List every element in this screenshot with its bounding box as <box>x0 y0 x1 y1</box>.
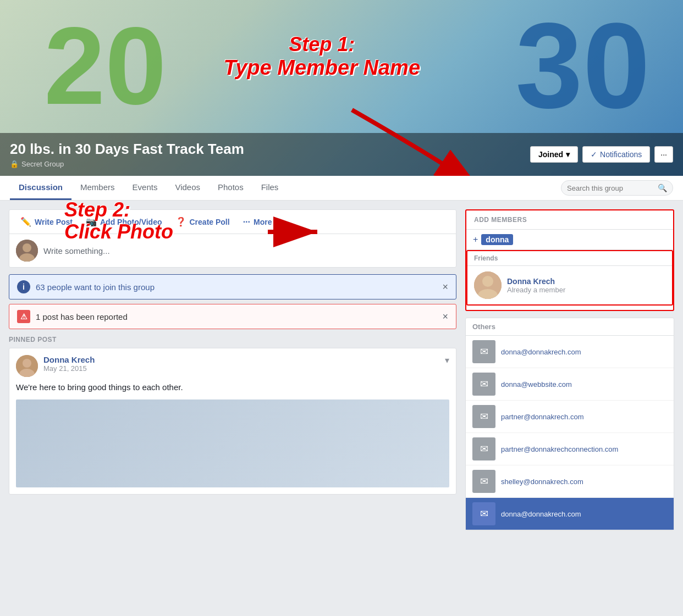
email-text-2: partner@donnakrech.com <box>501 413 584 421</box>
add-member-icon: + <box>473 235 478 245</box>
tab-events[interactable]: Events <box>124 176 167 200</box>
logo-20: 20 <box>44 11 166 121</box>
more-button[interactable]: ··· More <box>236 212 279 231</box>
step1-annotation: Step 1: Type Member Name <box>223 33 420 80</box>
post-composer: Step 2: Click Photo ✏️ Write Post 📷 Add … <box>9 209 456 268</box>
other-item-3[interactable]: ✉ partner@donnakrechconnection.com <box>466 433 674 465</box>
poll-icon: ❓ <box>175 217 186 227</box>
info-banner-text: 63 people want to join this group <box>36 282 437 292</box>
more-icon: ··· <box>243 217 250 227</box>
pencil-icon: ✏️ <box>20 217 31 227</box>
step1-subtitle: Type Member Name <box>223 56 420 80</box>
friends-label: Friends <box>467 251 672 266</box>
email-avatar-0: ✉ <box>472 340 495 363</box>
others-label: Others <box>466 318 674 336</box>
group-actions: Joined ▾ ✓ Notifications ··· <box>530 146 673 163</box>
email-avatar-1: ✉ <box>472 373 495 396</box>
friends-section: Friends Donna Krech Already a member <box>466 250 673 306</box>
post-date: May 21, 2015 <box>43 364 95 373</box>
group-info-left: 20 lbs. in 30 Days Fast Track Team 🔒 Sec… <box>10 141 244 168</box>
ellipsis-icon: ··· <box>660 150 667 159</box>
current-user-avatar <box>16 240 38 262</box>
tab-photos[interactable]: Photos <box>209 176 252 200</box>
more-label: More <box>254 218 272 226</box>
logo-30: 30 <box>515 5 650 126</box>
post-header: Donna Krech May 21, 2015 ▾ <box>16 355 449 377</box>
check-icon: ✓ <box>591 150 597 159</box>
other-item-4[interactable]: ✉ shelley@donnakrech.com <box>466 465 674 498</box>
add-photo-label: Add Photo/Video <box>100 218 162 226</box>
email-avatar-3: ✉ <box>472 437 495 460</box>
email-avatar-4: ✉ <box>472 470 495 493</box>
other-item-1[interactable]: ✉ donna@webbsite.com <box>466 368 674 401</box>
info-icon: i <box>17 280 30 293</box>
warning-banner-text: 1 post has been reported <box>36 312 437 321</box>
other-item-5[interactable]: ✉ donna@donnakrech.com <box>466 498 674 530</box>
tab-files[interactable]: Files <box>252 176 288 200</box>
lock-icon: 🔒 <box>10 160 19 168</box>
warning-banner: ⚠ 1 post has been reported × <box>9 304 456 329</box>
create-poll-button[interactable]: ❓ Create Poll <box>169 212 236 231</box>
warning-banner-close[interactable]: × <box>442 311 448 323</box>
composer-input-area: Write something... <box>9 234 456 267</box>
friend-name: Donna Krech <box>507 277 565 286</box>
composer-actions: ✏️ Write Post 📷 Add Photo/Video ❓ Create… <box>9 210 456 234</box>
svg-point-3 <box>23 243 31 252</box>
pinned-post: Donna Krech May 21, 2015 ▾ We're here to… <box>9 348 456 495</box>
group-name: 20 lbs. in 30 Days Fast Track Team <box>10 141 244 158</box>
member-search-tag[interactable]: donna <box>481 234 513 245</box>
pinned-label: PINNED POST <box>9 336 456 343</box>
email-avatar-2: ✉ <box>472 405 495 428</box>
tab-discussion[interactable]: Discussion <box>10 176 71 200</box>
group-type: 🔒 Secret Group <box>10 160 244 168</box>
others-section: Others ✉ donna@donnakrech.com ✉ donna@we… <box>465 318 674 531</box>
step1-title: Step 1: <box>223 33 420 56</box>
warning-icon: ⚠ <box>17 310 30 323</box>
tab-members[interactable]: Members <box>71 176 124 200</box>
friend-status: Already a member <box>507 286 565 294</box>
chevron-down-icon: ▾ <box>566 150 570 159</box>
group-search[interactable]: 🔍 <box>561 180 673 196</box>
tab-videos[interactable]: Videos <box>166 176 209 200</box>
other-item-2[interactable]: ✉ partner@donnakrech.com <box>466 401 674 433</box>
notifications-label: Notifications <box>600 150 642 159</box>
notifications-button[interactable]: ✓ Notifications <box>582 146 650 163</box>
composer-placeholder[interactable]: Write something... <box>43 246 449 256</box>
post-meta: Donna Krech May 21, 2015 <box>43 355 95 373</box>
email-text-5: donna@donnakrech.com <box>501 510 581 518</box>
search-input[interactable] <box>567 184 655 192</box>
add-photo-button[interactable]: 📷 Add Photo/Video <box>79 212 169 231</box>
email-text-1: donna@webbsite.com <box>501 380 572 389</box>
post-author-name[interactable]: Donna Krech <box>43 355 95 364</box>
friend-info: Donna Krech Already a member <box>507 277 565 294</box>
joined-button[interactable]: Joined ▾ <box>530 146 578 163</box>
camera-icon: 📷 <box>86 217 97 227</box>
write-post-label: Write Post <box>35 218 73 226</box>
add-members-header: ADD MEMBERS <box>466 210 673 230</box>
add-members-input-row: + donna <box>466 230 673 250</box>
group-info-bar: 20 lbs. in 30 Days Fast Track Team 🔒 Sec… <box>0 133 683 176</box>
post-image <box>16 399 449 487</box>
group-type-text: Secret Group <box>21 160 64 168</box>
right-column: ADD MEMBERS + donna Friends <box>465 209 674 531</box>
left-column: Step 2: Click Photo ✏️ Write Post 📷 Add … <box>9 209 456 531</box>
email-text-0: donna@donnakrech.com <box>501 348 581 356</box>
post-content: We're here to bring good things to each … <box>16 381 449 394</box>
svg-point-9 <box>482 276 493 287</box>
info-banner: i 63 people want to join this group × <box>9 274 456 299</box>
more-options-button[interactable]: ··· <box>654 146 673 163</box>
joined-label: Joined <box>538 150 563 159</box>
write-post-button[interactable]: ✏️ Write Post <box>14 212 79 231</box>
search-icon[interactable]: 🔍 <box>658 184 667 192</box>
nav-tabs: Discussion Members Events Videos Photos … <box>0 176 683 201</box>
cover-area: 20 30 Step 1: Type Member Name 20 lbs. i… <box>0 0 683 176</box>
friend-item[interactable]: Donna Krech Already a member <box>467 266 672 304</box>
info-banner-close[interactable]: × <box>442 281 448 293</box>
email-text-4: shelley@donnakrech.com <box>501 478 583 486</box>
post-options-chevron[interactable]: ▾ <box>445 355 449 365</box>
email-text-3: partner@donnakrechconnection.com <box>501 445 618 453</box>
main-layout: Step 2: Click Photo ✏️ Write Post 📷 Add … <box>0 201 683 540</box>
other-item-0[interactable]: ✉ donna@donnakrech.com <box>466 336 674 368</box>
svg-point-6 <box>23 359 31 368</box>
create-poll-label: Create Poll <box>190 218 230 226</box>
